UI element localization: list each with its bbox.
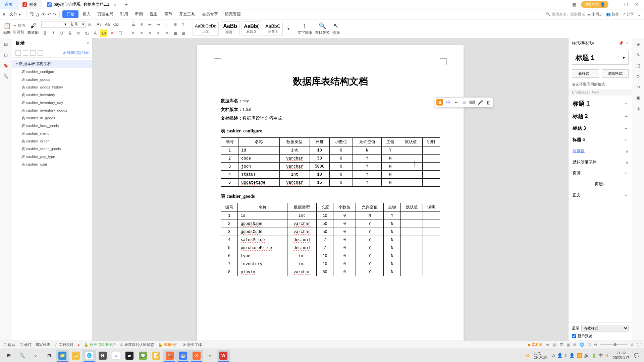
app-doc[interactable]: 📝 (150, 350, 163, 362)
clear-format-button[interactable]: 清除格式 (602, 69, 629, 78)
tray-person-icon[interactable]: 👤 (557, 353, 562, 358)
menu-ref[interactable]: 引用 (117, 10, 131, 18)
tab-document[interactable]: Wpay超市管理系...数据库文档1.1× (42, 0, 121, 9)
style-list-item[interactable]: 默认段落字体a (569, 157, 632, 168)
style-list-item[interactable]: 标题 3↵ (569, 123, 632, 134)
find-replace-button[interactable]: 🔍查找替换 (315, 22, 330, 35)
collab-button[interactable]: 👥协作 (606, 12, 619, 17)
box-icon[interactable]: ▢ (3, 52, 9, 58)
menu-start[interactable]: 开始 (62, 10, 78, 18)
menu-layout[interactable]: 页面布局 (95, 10, 116, 18)
outline-item[interactable]: 表 cashier_configure (12, 68, 92, 76)
outline-root[interactable]: ▾数据库表结构文档 (12, 60, 92, 68)
new-style-button[interactable]: 新样式... (572, 69, 599, 78)
document-area[interactable]: 数据库表结构文档 数据库名：pay 文档版本：1.0.0 文档描述：数据库设计文… (93, 38, 568, 341)
print-icon[interactable]: 🖨 (35, 12, 40, 17)
tray-s-icon[interactable]: S (605, 353, 608, 358)
menu-dev[interactable]: 开发工具 (176, 10, 198, 18)
sb-web-icon[interactable]: 🌐 (580, 343, 584, 347)
line-spacing-button[interactable]: ↕ (163, 21, 170, 28)
app-terminal[interactable]: ▰ (123, 350, 136, 362)
tray-sogou-icon[interactable]: S (526, 353, 529, 358)
menu-insert[interactable]: 插入 (80, 10, 93, 18)
underline-button[interactable]: U (58, 29, 65, 37)
outline-item[interactable]: 表 cashier_menu (12, 130, 92, 137)
outline-item[interactable]: 表 cashier_user (12, 161, 92, 168)
increase-font-button[interactable]: A↑ (87, 21, 94, 28)
sb-rights[interactable]: 🔓 已开启权限保护 (84, 342, 116, 347)
bookmark-icon[interactable]: 🔖 (3, 62, 9, 69)
copy-button[interactable]: ⎘复制 (13, 29, 25, 35)
tray-notif-icon[interactable]: 💬 (634, 353, 639, 358)
outline-item[interactable]: 表 cashier_order_goods (12, 145, 92, 153)
target-icon[interactable]: ◎ (635, 105, 642, 112)
outline-item[interactable]: 表 cashier_order (12, 137, 92, 145)
menu-dake[interactable]: 稻壳资源 (222, 10, 244, 18)
sb-eye-icon[interactable]: 👁 (546, 343, 550, 347)
style-list-item[interactable]: 页眉↵ (569, 179, 632, 190)
tray-batt-icon[interactable]: 🔋 (591, 353, 597, 358)
sb-overwrite[interactable]: ☐ 改写 (3, 342, 15, 347)
search-rail-icon[interactable]: 🔍 (3, 73, 9, 80)
diamond-icon[interactable]: ◈ (635, 41, 642, 48)
cortana-button[interactable]: ○ (29, 350, 42, 362)
outline-tool-3[interactable] (30, 50, 36, 56)
text-effect-button[interactable]: A (92, 29, 99, 37)
format-brush-button[interactable]: 🖌格式刷 (28, 22, 39, 35)
bold-button[interactable]: B (41, 29, 49, 37)
start-button[interactable]: ⊞ (2, 350, 15, 362)
tab-home[interactable]: 首页 (0, 0, 18, 9)
sb-layout3-icon[interactable]: ▦ (567, 343, 570, 347)
preview-checkbox[interactable]: 显示预览 (572, 334, 629, 339)
tab-dake[interactable]: D稻壳 (18, 0, 42, 9)
outline-tool-1[interactable] (15, 50, 21, 56)
outline-close-button[interactable]: × (87, 41, 89, 46)
font-color-button[interactable]: A (108, 29, 116, 37)
guest-login-button[interactable]: 访客登录👤 (581, 1, 608, 8)
fullscreen-button[interactable]: ⛶ (637, 343, 641, 347)
sb-revision[interactable]: ☐ 修订 (19, 342, 32, 347)
undo-icon[interactable]: ↶ (47, 12, 51, 17)
change-case-button[interactable]: Aa (104, 21, 111, 28)
style-list-item[interactable]: 超链接a (569, 145, 632, 157)
tray-weather[interactable]: 68°CCPU温度 (531, 352, 550, 360)
outline-item[interactable]: 表 cashier_inventory_day (12, 99, 92, 107)
app-xampp[interactable]: X (190, 350, 203, 362)
sb-edit-blocked[interactable]: 🔒 编辑受阻 (158, 342, 179, 347)
outline-item[interactable]: 表 cashier_inventory (12, 91, 92, 99)
app-folder[interactable]: 📂 (69, 350, 83, 362)
highlight-button[interactable]: ab (100, 29, 107, 37)
ime-keyboard-button[interactable]: ⌨ (469, 99, 475, 105)
number-list-button[interactable]: ≡ (138, 21, 145, 28)
app-java[interactable]: ☕ (176, 350, 190, 362)
restore-button[interactable]: ❐ (622, 2, 630, 7)
sb-layout1-icon[interactable]: ▤ (553, 343, 556, 347)
decrease-font-button[interactable]: A↓ (95, 21, 103, 28)
app-wps[interactable]: W (217, 350, 230, 362)
align-left-button[interactable]: ≡ (129, 29, 137, 37)
ime-zh-button[interactable]: 中 (445, 99, 451, 105)
preview-icon[interactable]: 👁 (41, 12, 46, 17)
tray-up-icon[interactable]: ᐱ (552, 353, 555, 358)
sb-spellcheck[interactable]: 拼写检查 (36, 342, 50, 347)
app-everything[interactable]: 🔍 (163, 350, 176, 362)
zoom-in-button[interactable]: ⊕ (631, 343, 634, 347)
style-h3[interactable]: AaBbC标题 3 (263, 22, 282, 36)
chevron-down-icon[interactable]: ⌄ (637, 12, 641, 17)
app-cloud[interactable]: ∞ (109, 350, 123, 362)
layers-icon[interactable]: ▣ (635, 95, 642, 101)
show-select[interactable]: 有效样式 (581, 325, 629, 331)
app-notion[interactable]: N (96, 350, 109, 362)
zoom-slider[interactable] (600, 344, 627, 345)
bullet-list-button[interactable]: ☰ (129, 21, 137, 28)
tray-ime-icon[interactable]: 中 (599, 353, 603, 359)
text-layout-button[interactable]: ⫿文字排版 (298, 22, 312, 35)
command-search[interactable]: 🔍查找命令、搜索模板 (546, 12, 585, 17)
char-border-button[interactable]: 囗 (117, 29, 124, 37)
paste-button[interactable]: 📋粘贴 (3, 22, 11, 35)
clear-format-button[interactable]: ⌫ (112, 21, 119, 28)
italic-button[interactable]: I (50, 29, 57, 37)
app-eclipse[interactable]: ● (203, 350, 217, 362)
outline-item[interactable]: 表 cashier_inventory_goods (12, 107, 92, 114)
outline-item[interactable]: 表 cashier_goods_history (12, 83, 92, 91)
